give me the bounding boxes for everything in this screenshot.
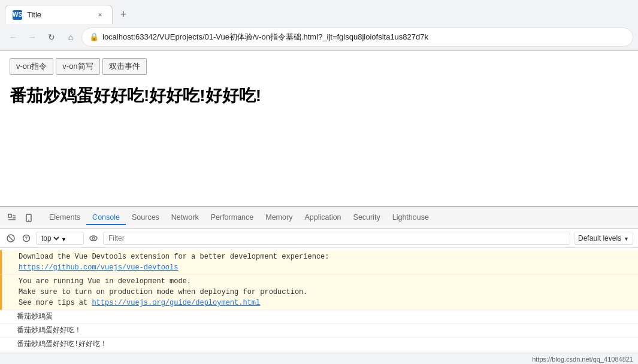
- devtools-header: Elements Console Sources Network Perform…: [0, 207, 638, 229]
- reload-button[interactable]: ↻: [43, 29, 60, 46]
- button-group: v-on指令 v-on简写 双击事件: [10, 58, 628, 75]
- console-text: Download the Vue Devtools extension for …: [19, 253, 329, 261]
- lock-icon: 🔒: [89, 32, 99, 41]
- console-link[interactable]: https://github.com/vuejs/vue-devtools: [19, 263, 178, 272]
- console-line: 番茄炒鸡蛋: [0, 310, 638, 324]
- tab-lighthouse[interactable]: Lighthouse: [386, 211, 435, 225]
- tab-memory[interactable]: Memory: [259, 211, 298, 225]
- log-levels-dropdown[interactable]: Default levels: [574, 232, 633, 245]
- svg-rect-0: [8, 214, 11, 217]
- context-selector[interactable]: top: [36, 232, 84, 245]
- console-log-text: 番茄炒鸡蛋好好吃！: [17, 326, 81, 335]
- url-text: localhost:63342/VUEprojects/01-Vue初体验/v-…: [102, 32, 625, 43]
- status-bar: https://blog.csdn.net/qq_41084821: [0, 353, 638, 364]
- eye-icon[interactable]: [87, 232, 99, 244]
- double-click-button[interactable]: 双击事件: [102, 58, 147, 75]
- v-on-directive-button[interactable]: v-on指令: [10, 58, 53, 75]
- tab-application[interactable]: Application: [298, 211, 347, 225]
- tab-title: Title: [27, 10, 90, 19]
- console-text-3: See more tips at: [19, 299, 92, 307]
- console-filter-input[interactable]: [103, 232, 570, 245]
- filter-icon[interactable]: [20, 232, 32, 244]
- chevron-down-icon: [61, 233, 66, 244]
- new-tab-button[interactable]: +: [115, 6, 132, 23]
- clear-console-icon[interactable]: [5, 232, 17, 244]
- devtools-panel: Elements Console Sources Network Perform…: [0, 206, 638, 364]
- console-line: You are running Vue in development mode.…: [0, 275, 638, 310]
- console-output: Download the Vue Devtools extension for …: [0, 248, 638, 353]
- devtools-tabs: Elements Console Sources Network Perform…: [43, 211, 633, 225]
- tab-close-button[interactable]: ×: [95, 10, 105, 20]
- tab-favicon: WS: [13, 10, 22, 20]
- svg-point-12: [90, 236, 97, 241]
- address-bar: ← → ↻ ⌂ 🔒 localhost:63342/VUEprojects/01…: [0, 24, 638, 50]
- forward-button[interactable]: →: [24, 29, 41, 46]
- device-toolbar-icon[interactable]: [22, 211, 36, 225]
- status-text: https://blog.csdn.net/qq_41084821: [532, 356, 633, 363]
- console-line: 番茄炒鸡蛋好好吃!好好吃！: [0, 338, 638, 351]
- svg-line-7: [9, 236, 13, 240]
- levels-chevron-icon: [624, 234, 629, 242]
- console-text: You are running Vue in development mode.: [19, 277, 191, 286]
- log-levels-label: Default levels: [578, 234, 621, 242]
- console-line: 番茄炒鸡蛋好好吃！: [0, 324, 638, 338]
- tab-performance[interactable]: Performance: [205, 211, 260, 225]
- svg-point-13: [92, 237, 95, 239]
- console-text-2: Make sure to turn on production mode whe…: [19, 288, 307, 296]
- tab-console[interactable]: Console: [86, 211, 126, 225]
- inspect-element-icon[interactable]: [5, 211, 19, 225]
- tab-security[interactable]: Security: [347, 211, 386, 225]
- home-button[interactable]: ⌂: [62, 29, 79, 46]
- tab-elements[interactable]: Elements: [43, 211, 86, 225]
- console-line: Download the Vue Devtools extension for …: [0, 250, 638, 275]
- console-toolbar: top Default levels: [0, 229, 638, 248]
- tab-sources[interactable]: Sources: [126, 211, 165, 225]
- webpage-content: v-on指令 v-on简写 双击事件 番茄炒鸡蛋好好吃!好好吃!好好吃!: [0, 51, 638, 206]
- console-link-2[interactable]: https://vuejs.org/guide/deployment.html: [92, 299, 260, 307]
- browser-chrome: WS Title × + ← → ↻ ⌂ 🔒 localhost:63342/V…: [0, 0, 638, 51]
- console-log-text: 番茄炒鸡蛋好好吃!好好吃！: [17, 340, 107, 348]
- context-select-input[interactable]: top: [39, 233, 61, 243]
- address-input-bar[interactable]: 🔒 localhost:63342/VUEprojects/01-Vue初体验/…: [81, 28, 633, 47]
- tab-network[interactable]: Network: [165, 211, 205, 225]
- back-button[interactable]: ←: [5, 29, 22, 46]
- tab-bar: WS Title × +: [0, 0, 638, 24]
- browser-tab[interactable]: WS Title ×: [5, 5, 113, 24]
- v-on-shorthand-button[interactable]: v-on简写: [56, 58, 99, 75]
- devtools-icon-group: [5, 211, 36, 225]
- main-heading: 番茄炒鸡蛋好好吃!好好吃!好好吃!: [10, 84, 628, 107]
- console-log-text: 番茄炒鸡蛋: [17, 313, 53, 321]
